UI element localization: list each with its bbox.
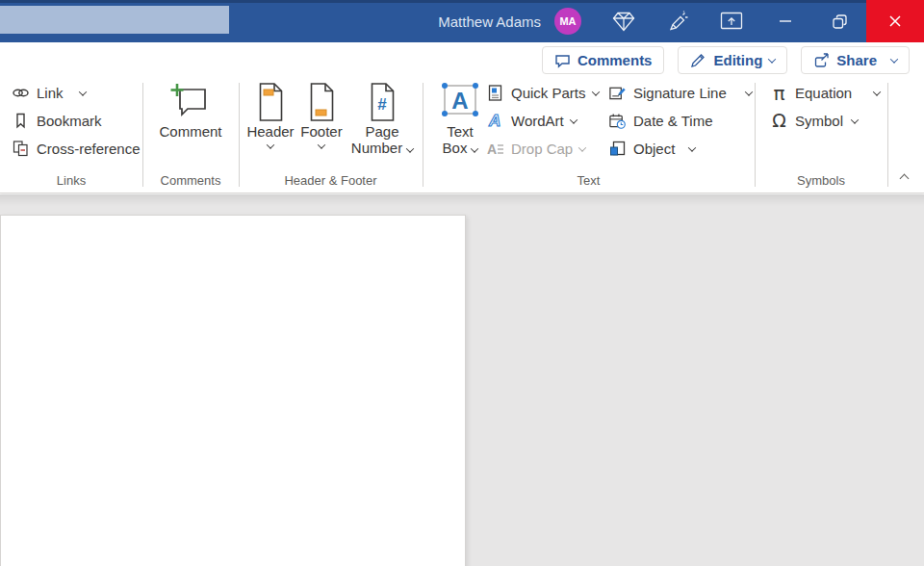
chevron-down-icon (745, 88, 753, 95)
svg-text:A: A (488, 112, 500, 130)
comment-button[interactable]: Comment (156, 79, 225, 140)
link-button[interactable]: Link (12, 79, 142, 107)
group-label-symbols: Symbols (755, 173, 887, 188)
group-divider (887, 83, 888, 187)
title-bar: Matthew Adams MA (0, 0, 924, 42)
chevron-down-icon (406, 144, 414, 152)
share-button[interactable]: Share (801, 46, 910, 74)
symbol-button[interactable]: Ω Symbol (770, 107, 887, 135)
group-label-header-footer: Header & Footer (239, 173, 423, 188)
object-button[interactable]: Object (608, 135, 752, 163)
date-time-icon (608, 112, 627, 130)
chevron-up-icon (899, 173, 909, 183)
header-icon (256, 79, 286, 123)
collapse-ribbon-button[interactable] (895, 171, 912, 185)
chevron-down-icon (318, 141, 325, 148)
chevron-down-icon (578, 143, 586, 151)
cross-reference-button[interactable]: Cross-reference (12, 135, 142, 163)
avatar[interactable]: MA (554, 8, 581, 35)
document-title-field[interactable] (0, 6, 229, 34)
page-number-button[interactable]: # Page Number (346, 79, 418, 156)
group-text: A Text Box (423, 79, 755, 191)
link-icon (12, 84, 30, 102)
page-number-icon: # (368, 79, 398, 123)
share-icon (813, 53, 830, 68)
quick-parts-icon (486, 84, 504, 102)
object-icon (608, 140, 627, 158)
group-symbols: π Equation Ω Symbol Symbols (755, 79, 887, 191)
chevron-down-icon (890, 55, 898, 63)
chevron-down-icon (569, 116, 577, 123)
sparkle-pen-icon[interactable] (651, 0, 705, 42)
group-links: Link Bookmark C (0, 79, 142, 191)
cross-reference-icon (12, 140, 30, 158)
chevron-down-icon (851, 116, 859, 123)
editing-button[interactable]: Editing (678, 46, 787, 74)
drop-cap-button: A Drop Cap (486, 135, 599, 163)
wordart-button[interactable]: A WordArt (486, 107, 599, 135)
footer-button[interactable]: Footer (295, 79, 348, 149)
quick-parts-button[interactable]: Quick Parts (486, 79, 599, 107)
equation-pi-icon: π (770, 84, 788, 102)
chevron-down-icon (768, 55, 776, 63)
date-time-button[interactable]: Date & Time (608, 107, 752, 135)
group-comments: Comment Comments (142, 79, 239, 191)
group-header-footer: Header Footer # Page (239, 79, 423, 191)
minimize-button[interactable] (758, 0, 812, 42)
chevron-down-icon (688, 143, 696, 151)
header-button[interactable]: Header (244, 79, 297, 149)
group-label-text: Text (423, 173, 755, 188)
group-label-links: Links (0, 173, 142, 188)
document-page[interactable] (0, 215, 466, 566)
restore-button[interactable] (812, 0, 866, 42)
gem-icon[interactable] (597, 0, 651, 42)
svg-text:#: # (377, 95, 387, 114)
comments-button[interactable]: Comments (542, 46, 665, 74)
chevron-down-icon (591, 88, 599, 95)
ribbon-actions-row: Comments Editing Share (542, 46, 910, 74)
text-box-button[interactable]: A Text Box (430, 79, 490, 156)
drop-cap-icon: A (486, 140, 504, 158)
symbol-omega-icon: Ω (770, 112, 788, 130)
footer-icon (307, 79, 337, 123)
signature-line-button[interactable]: Signature Line (608, 79, 752, 107)
bookmark-icon (12, 112, 30, 130)
user-name: Matthew Adams (438, 13, 541, 30)
ribbon: Comments Editing Share (0, 42, 924, 193)
wordart-icon: A (486, 112, 504, 130)
svg-text:A: A (451, 88, 468, 114)
group-label-comments: Comments (142, 173, 239, 188)
chevron-down-icon (873, 88, 881, 95)
bookmark-button[interactable]: Bookmark (12, 107, 142, 135)
close-button[interactable] (866, 0, 924, 42)
document-workspace (0, 194, 924, 566)
text-box-icon: A (440, 79, 480, 123)
svg-text:A: A (487, 142, 497, 157)
comments-bubble-icon (554, 53, 571, 68)
new-comment-icon (169, 79, 212, 123)
signature-line-icon (608, 84, 627, 102)
chevron-down-icon (267, 141, 274, 148)
ribbon-display-options-icon[interactable] (705, 0, 758, 42)
pencil-icon (690, 52, 706, 68)
chevron-down-icon (471, 144, 478, 152)
chevron-down-icon (78, 88, 86, 95)
equation-button[interactable]: π Equation (770, 79, 887, 107)
